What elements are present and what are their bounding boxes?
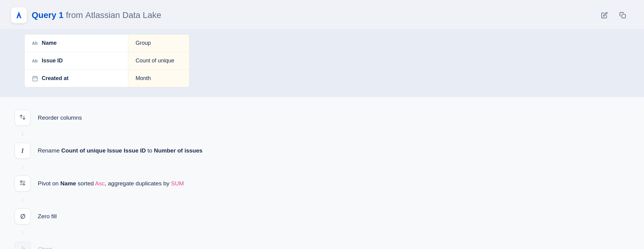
rename-from: Count of unique Issue Issue ID [61,147,146,154]
reorder-icon [19,114,26,122]
zerofill-icon: ∅ [20,213,25,220]
pipeline-section: Reorder columns I Rename Count of unique… [0,97,644,249]
edit-button[interactable] [598,9,611,22]
pivot-field: Name [60,180,76,187]
chart-step[interactable]: Chart [0,235,644,249]
query-name: Query 1 [32,10,63,20]
connector-4 [22,231,23,235]
text-type-icon-issueid: Ab [32,58,38,63]
table-row: Ab Issue ID Count of unique [25,52,189,70]
header-actions [598,9,629,22]
table-cell-createdat-left: Created at [25,70,128,87]
main-container: Query 1 from Atlassian Data Lake [0,0,644,249]
text-type-icon-name: Ab [32,41,38,46]
pivot-icon-container [15,176,30,191]
rename-label: Rename Count of unique Issue Issue ID to… [38,147,203,154]
from-text: from [66,10,83,20]
table-cell-issueid-left: Ab Issue ID [25,52,128,69]
pivot-icon [19,180,26,188]
rename-icon: I [21,147,24,154]
rename-step[interactable]: I Rename Count of unique Issue Issue ID … [0,136,644,165]
calendar-icon [32,75,38,82]
pivot-aggregate: SUM [171,180,184,187]
header-left: Query 1 from Atlassian Data Lake [11,7,161,23]
field-name-label: Name [42,40,57,46]
connector-2 [22,165,23,169]
svg-rect-0 [622,14,625,18]
source-name: Atlassian Data Lake [85,10,161,20]
header-title: Query 1 from Atlassian Data Lake [32,10,161,20]
reorder-icon-container [15,110,30,126]
zerofill-icon-container: ∅ [15,209,30,224]
table-cell-name-right: Group [128,34,189,52]
header: Query 1 from Atlassian Data Lake [0,0,644,29]
data-table-section: Ab Name Group Ab Issue ID Count of uniqu… [0,29,644,97]
rename-to: Number of issues [154,147,202,154]
field-issueid-label: Issue ID [42,58,63,64]
table-cell-name-left: Ab Name [25,34,128,52]
connector-1 [22,132,23,136]
table-row: Created at Month [25,70,189,87]
table-row: Ab Name Group [25,34,189,52]
rename-icon-container: I [15,143,30,159]
chart-icon [19,245,26,249]
svg-rect-1 [33,76,37,81]
table-cell-createdat-right: Month [128,70,189,87]
connector-3 [22,198,23,202]
reorder-step[interactable]: Reorder columns [0,103,644,132]
atlassian-logo [11,7,27,23]
chart-icon-container [15,241,30,249]
data-table: Ab Name Group Ab Issue ID Count of uniqu… [24,34,189,87]
table-cell-issueid-right: Count of unique [128,52,189,69]
pivot-step[interactable]: Pivot on Name sorted Asc, aggregate dupl… [0,169,644,198]
reorder-label: Reorder columns [38,114,82,121]
chart-label: Chart [38,246,52,249]
field-createdat-label: Created at [42,75,69,82]
zerofill-label: Zero fill [38,213,57,220]
pivot-label: Pivot on Name sorted Asc, aggregate dupl… [38,180,184,187]
copy-button[interactable] [616,9,629,22]
pivot-sort: Asc [95,180,105,187]
zerofill-step[interactable]: ∅ Zero fill [0,202,644,231]
